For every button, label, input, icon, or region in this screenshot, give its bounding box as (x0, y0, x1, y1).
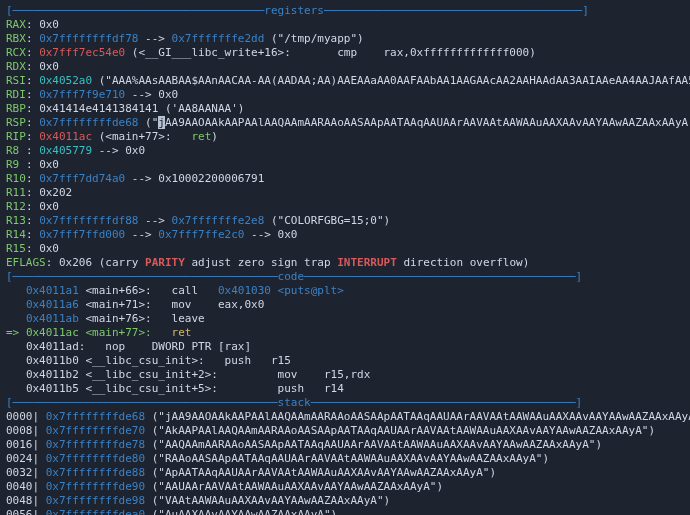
reg-r10: R10: 0x7fff7dd74a0 --> 0x10002200006791 (6, 172, 684, 186)
reg-r8: R8 : 0x405779 --> 0x0 (6, 144, 684, 158)
reg-rsi: RSI: 0x4052a0 ("AAA%AAsAABAA$AAnAACAA-AA… (6, 74, 684, 88)
stack-row: 0008| 0x7ffffffffde70 ("AkAAPAAlAAQAAmAA… (6, 424, 684, 438)
reg-r15: R15: 0x0 (6, 242, 684, 256)
reg-r13: R13: 0x7ffffffffdf88 --> 0x7fffffffe2e8 … (6, 214, 684, 228)
stack-row: 0040| 0x7ffffffffde90 ("AAUAArAAVAAtAAWA… (6, 480, 684, 494)
code-line: 0x4011b2 <__libc_csu_init+2>: mov r15,rd… (6, 368, 684, 382)
reg-rdi: RDI: 0x7fff7f9e710 --> 0x0 (6, 88, 684, 102)
stack-row: 0016| 0x7ffffffffde78 ("AAQAAmAARAAoAASA… (6, 438, 684, 452)
reg-rbp: RBP: 0x41414e4141384141 ('AA8AANAA') (6, 102, 684, 116)
code-line: 0x4011ab <main+76>: leave (6, 312, 684, 326)
reg-r12: R12: 0x0 (6, 200, 684, 214)
code-line: 0x4011ad: nop DWORD PTR [rax] (6, 340, 684, 354)
reg-r14: R14: 0x7fff7ffd000 --> 0x7fff7ffe2c0 -->… (6, 228, 684, 242)
section-stack: [───────────────────────────────────────… (6, 396, 684, 410)
section-registers: [──────────────────────────────────────r… (6, 4, 684, 18)
reg-eflags: EFLAGS: 0x206 (carry PARITY adjust zero … (6, 256, 684, 270)
gdb-peda-terminal[interactable]: [──────────────────────────────────────r… (0, 0, 690, 515)
reg-r9: R9 : 0x0 (6, 158, 684, 172)
code-line: 0x4011b5 <__libc_csu_init+5>: push r14 (6, 382, 684, 396)
reg-rax: RAX: 0x0 (6, 18, 684, 32)
stack-row: 0032| 0x7ffffffffde88 ("ApAATAAqAAUAArAA… (6, 466, 684, 480)
stack-row: 0000| 0x7ffffffffde68 ("jAA9AAOAAkAAPAAl… (6, 410, 684, 424)
stack-row: 0056| 0x7ffffffffdea0 ("AuAAXAAvAAYAAwAA… (6, 508, 684, 515)
reg-rsp: RSP: 0x7ffffffffde68 ("jAA9AAOAAkAAPAAlA… (6, 116, 684, 130)
code-line: 0x4011b0 <__libc_csu_init>: push r15 (6, 354, 684, 368)
code-line: 0x4011a6 <main+71>: mov eax,0x0 (6, 298, 684, 312)
stack-row: 0024| 0x7ffffffffde80 ("RAAoAASAApAATAAq… (6, 452, 684, 466)
reg-rdx: RDX: 0x0 (6, 60, 684, 74)
reg-r11: R11: 0x202 (6, 186, 684, 200)
reg-rcx: RCX: 0x7fff7ec54e0 (<__GI___libc_write+1… (6, 46, 684, 60)
stack-row: 0048| 0x7ffffffffde98 ("VAAtAAWAAuAAXAAv… (6, 494, 684, 508)
reg-rip: RIP: 0x4011ac (<main+77>: ret) (6, 130, 684, 144)
code-line: 0x4011a1 <main+66>: call 0x401030 <puts@… (6, 284, 684, 298)
code-line-current: => 0x4011ac <main+77>: ret (6, 326, 684, 340)
section-code: [───────────────────────────────────────… (6, 270, 684, 284)
reg-rbx: RBX: 0x7ffffffffdf78 --> 0x7fffffffe2dd … (6, 32, 684, 46)
